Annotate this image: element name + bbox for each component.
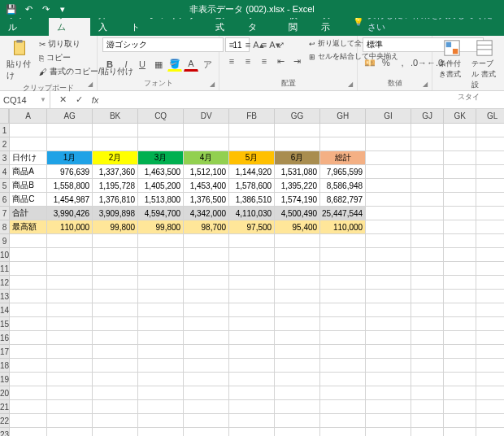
cell[interactable] xyxy=(366,262,411,276)
cell[interactable] xyxy=(229,345,275,359)
cell[interactable]: 1,463,500 xyxy=(138,165,184,179)
cell[interactable] xyxy=(184,331,229,345)
cell[interactable] xyxy=(10,331,47,345)
cell[interactable] xyxy=(138,331,184,345)
cell[interactable] xyxy=(411,165,444,179)
col-header[interactable]: BK xyxy=(93,109,138,124)
indent-inc-button[interactable]: ⇥ xyxy=(289,54,304,68)
cell[interactable] xyxy=(47,359,93,373)
cell[interactable] xyxy=(320,359,366,373)
cell[interactable] xyxy=(10,317,47,331)
cell[interactable] xyxy=(320,386,366,400)
cell[interactable] xyxy=(411,303,444,317)
cell[interactable] xyxy=(229,234,275,248)
cell[interactable] xyxy=(411,386,444,400)
cell[interactable]: 商品C xyxy=(10,193,47,207)
row-header[interactable]: 8 xyxy=(0,220,9,234)
cell[interactable] xyxy=(10,345,47,359)
comma-button[interactable]: , xyxy=(395,55,410,70)
cell[interactable] xyxy=(476,165,504,179)
cell[interactable] xyxy=(411,317,444,331)
dialog-launcher-icon[interactable]: ◢ xyxy=(207,79,217,89)
underline-button[interactable]: U xyxy=(135,57,150,72)
cell[interactable]: 1,454,987 xyxy=(47,193,93,207)
cell[interactable] xyxy=(138,234,184,248)
cell[interactable]: 4,342,000 xyxy=(184,207,229,220)
cell[interactable] xyxy=(476,220,504,234)
cell[interactable] xyxy=(411,400,444,414)
cell[interactable] xyxy=(275,386,320,400)
cell[interactable] xyxy=(366,165,411,179)
cell[interactable] xyxy=(275,359,320,373)
cell[interactable]: 97,500 xyxy=(229,220,275,234)
cell[interactable] xyxy=(411,276,444,290)
cell[interactable] xyxy=(476,124,504,137)
cell[interactable] xyxy=(93,414,138,428)
cell[interactable]: 1,578,600 xyxy=(229,179,275,193)
cell[interactable] xyxy=(10,386,47,400)
cell[interactable] xyxy=(366,193,411,207)
cell[interactable] xyxy=(138,373,184,386)
cell[interactable] xyxy=(444,179,476,193)
cell[interactable] xyxy=(476,359,504,373)
cell[interactable] xyxy=(366,359,411,373)
cell[interactable] xyxy=(444,262,476,276)
cell[interactable] xyxy=(184,234,229,248)
cell[interactable] xyxy=(275,428,320,436)
cell[interactable] xyxy=(138,262,184,276)
cell[interactable] xyxy=(47,414,93,428)
cell[interactable] xyxy=(476,386,504,400)
cell[interactable] xyxy=(47,276,93,290)
cell[interactable] xyxy=(47,428,93,436)
cell[interactable] xyxy=(10,234,47,248)
cell[interactable] xyxy=(10,373,47,386)
cell[interactable] xyxy=(444,428,476,436)
cell[interactable] xyxy=(476,234,504,248)
cell[interactable] xyxy=(411,262,444,276)
cell[interactable] xyxy=(320,345,366,359)
cell[interactable] xyxy=(47,262,93,276)
inc-decimal-button[interactable]: .0→ xyxy=(411,55,426,70)
cell[interactable] xyxy=(476,345,504,359)
cell[interactable]: 1,512,100 xyxy=(184,165,229,179)
cell[interactable] xyxy=(444,400,476,414)
row-header[interactable]: 6 xyxy=(0,193,9,207)
cell[interactable] xyxy=(275,290,320,303)
qat-more-icon[interactable]: ▾ xyxy=(54,2,71,16)
cell[interactable] xyxy=(10,262,47,276)
cell[interactable] xyxy=(184,276,229,290)
cell[interactable] xyxy=(229,248,275,262)
col-header[interactable]: A xyxy=(10,109,47,124)
cell[interactable]: 日付け xyxy=(10,151,47,165)
cell[interactable] xyxy=(366,179,411,193)
cell[interactable] xyxy=(229,290,275,303)
cell[interactable] xyxy=(275,400,320,414)
cell[interactable]: 総計 xyxy=(320,151,366,165)
cell[interactable] xyxy=(47,124,93,137)
cell[interactable] xyxy=(275,248,320,262)
cell[interactable] xyxy=(444,137,476,151)
cell[interactable] xyxy=(320,303,366,317)
cell[interactable] xyxy=(229,359,275,373)
cell[interactable] xyxy=(444,234,476,248)
cell[interactable] xyxy=(320,414,366,428)
cell[interactable] xyxy=(476,428,504,436)
row-header[interactable]: 13 xyxy=(0,290,9,303)
cell[interactable] xyxy=(10,248,47,262)
cell[interactable] xyxy=(10,400,47,414)
cell[interactable] xyxy=(366,151,411,165)
cell[interactable] xyxy=(320,400,366,414)
cell[interactable] xyxy=(93,373,138,386)
cell[interactable] xyxy=(275,317,320,331)
cell[interactable] xyxy=(320,317,366,331)
cell[interactable] xyxy=(444,290,476,303)
cell[interactable] xyxy=(411,124,444,137)
cell[interactable]: 1,513,800 xyxy=(138,193,184,207)
cell[interactable] xyxy=(411,345,444,359)
col-header[interactable]: GG xyxy=(275,109,320,124)
cell[interactable]: 1,574,190 xyxy=(275,193,320,207)
indent-dec-button[interactable]: ⇤ xyxy=(273,54,288,68)
row-header[interactable]: 20 xyxy=(0,386,9,400)
cell[interactable] xyxy=(10,276,47,290)
cell[interactable]: 1,453,400 xyxy=(184,179,229,193)
